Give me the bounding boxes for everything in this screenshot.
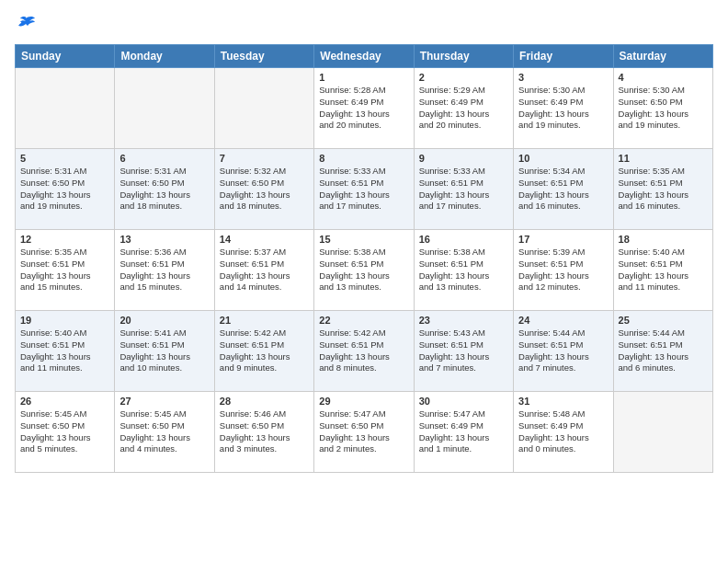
- weekday-header-sunday: Sunday: [16, 45, 115, 68]
- calendar-week-row: 26Sunrise: 5:45 AMSunset: 6:50 PMDayligh…: [16, 392, 713, 473]
- day-number: 24: [518, 315, 608, 326]
- calendar-cell: 30Sunrise: 5:47 AMSunset: 6:49 PMDayligh…: [414, 392, 513, 473]
- day-number: 27: [119, 396, 209, 407]
- day-number: 3: [518, 72, 608, 83]
- calendar-cell: 9Sunrise: 5:33 AMSunset: 6:51 PMDaylight…: [414, 149, 513, 230]
- calendar-cell: 22Sunrise: 5:42 AMSunset: 6:51 PMDayligh…: [314, 311, 414, 392]
- calendar-cell: [16, 68, 115, 149]
- day-info: Sunrise: 5:32 AMSunset: 6:50 PMDaylight:…: [220, 166, 309, 213]
- calendar-cell: [115, 68, 214, 149]
- calendar-cell: 10Sunrise: 5:34 AMSunset: 6:51 PMDayligh…: [514, 149, 613, 230]
- day-number: 12: [20, 234, 109, 245]
- day-number: 25: [619, 315, 708, 326]
- calendar-cell: 3Sunrise: 5:30 AMSunset: 6:49 PMDaylight…: [514, 68, 613, 149]
- day-number: 2: [419, 72, 508, 83]
- calendar-table: SundayMondayTuesdayWednesdayThursdayFrid…: [15, 44, 713, 473]
- day-info: Sunrise: 5:39 AMSunset: 6:51 PMDaylight:…: [518, 247, 608, 293]
- day-info: Sunrise: 5:38 AMSunset: 6:51 PMDaylight:…: [319, 247, 408, 293]
- day-number: 15: [319, 234, 408, 245]
- day-number: 13: [119, 234, 209, 245]
- day-number: 4: [619, 72, 708, 83]
- weekday-header-saturday: Saturday: [613, 45, 712, 68]
- day-info: Sunrise: 5:44 AMSunset: 6:51 PMDaylight:…: [518, 327, 608, 374]
- day-number: 7: [220, 153, 309, 164]
- calendar-cell: 31Sunrise: 5:48 AMSunset: 6:49 PMDayligh…: [514, 392, 613, 473]
- day-info: Sunrise: 5:35 AMSunset: 6:51 PMDaylight:…: [20, 247, 109, 293]
- calendar-cell: 23Sunrise: 5:43 AMSunset: 6:51 PMDayligh…: [414, 311, 513, 392]
- logo: [15, 15, 40, 35]
- calendar-cell: 15Sunrise: 5:38 AMSunset: 6:51 PMDayligh…: [314, 230, 414, 311]
- calendar-cell: 19Sunrise: 5:40 AMSunset: 6:51 PMDayligh…: [16, 311, 115, 392]
- calendar-cell: 24Sunrise: 5:44 AMSunset: 6:51 PMDayligh…: [514, 311, 613, 392]
- day-info: Sunrise: 5:35 AMSunset: 6:51 PMDaylight:…: [619, 166, 708, 213]
- day-number: 11: [619, 153, 708, 164]
- day-number: 10: [518, 153, 608, 164]
- day-info: Sunrise: 5:36 AMSunset: 6:51 PMDaylight:…: [119, 247, 209, 293]
- day-info: Sunrise: 5:42 AMSunset: 6:51 PMDaylight:…: [220, 327, 309, 374]
- day-number: 19: [20, 315, 109, 326]
- weekday-header-friday: Friday: [514, 45, 613, 68]
- calendar-cell: 27Sunrise: 5:45 AMSunset: 6:50 PMDayligh…: [115, 392, 214, 473]
- day-number: 21: [220, 315, 309, 326]
- calendar-week-row: 1Sunrise: 5:28 AMSunset: 6:49 PMDaylight…: [16, 68, 713, 149]
- calendar-cell: 25Sunrise: 5:44 AMSunset: 6:51 PMDayligh…: [613, 311, 712, 392]
- day-info: Sunrise: 5:31 AMSunset: 6:50 PMDaylight:…: [20, 166, 109, 213]
- calendar-cell: 6Sunrise: 5:31 AMSunset: 6:50 PMDaylight…: [115, 149, 214, 230]
- day-number: 26: [20, 396, 109, 407]
- day-info: Sunrise: 5:34 AMSunset: 6:51 PMDaylight:…: [518, 166, 608, 213]
- day-number: 23: [419, 315, 508, 326]
- calendar-cell: 13Sunrise: 5:36 AMSunset: 6:51 PMDayligh…: [115, 230, 214, 311]
- day-info: Sunrise: 5:29 AMSunset: 6:49 PMDaylight:…: [419, 85, 508, 132]
- calendar-cell: 7Sunrise: 5:32 AMSunset: 6:50 PMDaylight…: [214, 149, 313, 230]
- day-info: Sunrise: 5:30 AMSunset: 6:50 PMDaylight:…: [619, 85, 708, 132]
- day-info: Sunrise: 5:44 AMSunset: 6:51 PMDaylight:…: [619, 327, 708, 374]
- day-number: 8: [319, 153, 408, 164]
- calendar-cell: 11Sunrise: 5:35 AMSunset: 6:51 PMDayligh…: [613, 149, 712, 230]
- calendar-cell: 14Sunrise: 5:37 AMSunset: 6:51 PMDayligh…: [214, 230, 313, 311]
- weekday-header-wednesday: Wednesday: [314, 45, 414, 68]
- day-number: 17: [518, 234, 608, 245]
- logo-icon: [15, 15, 37, 35]
- weekday-header-monday: Monday: [115, 45, 214, 68]
- weekday-header-thursday: Thursday: [414, 45, 513, 68]
- calendar-cell: 1Sunrise: 5:28 AMSunset: 6:49 PMDaylight…: [314, 68, 414, 149]
- day-info: Sunrise: 5:31 AMSunset: 6:50 PMDaylight:…: [119, 166, 209, 213]
- calendar-cell: 4Sunrise: 5:30 AMSunset: 6:50 PMDaylight…: [613, 68, 712, 149]
- day-number: 29: [319, 396, 408, 407]
- weekday-header-row: SundayMondayTuesdayWednesdayThursdayFrid…: [16, 45, 713, 68]
- calendar-cell: 16Sunrise: 5:38 AMSunset: 6:51 PMDayligh…: [414, 230, 513, 311]
- day-info: Sunrise: 5:45 AMSunset: 6:50 PMDaylight:…: [119, 408, 209, 455]
- day-info: Sunrise: 5:46 AMSunset: 6:50 PMDaylight:…: [220, 408, 309, 455]
- day-info: Sunrise: 5:30 AMSunset: 6:49 PMDaylight:…: [518, 85, 608, 132]
- calendar-cell: 29Sunrise: 5:47 AMSunset: 6:50 PMDayligh…: [314, 392, 414, 473]
- day-info: Sunrise: 5:38 AMSunset: 6:51 PMDaylight:…: [419, 247, 508, 293]
- calendar-cell: 8Sunrise: 5:33 AMSunset: 6:51 PMDaylight…: [314, 149, 414, 230]
- calendar-week-row: 12Sunrise: 5:35 AMSunset: 6:51 PMDayligh…: [16, 230, 713, 311]
- calendar-cell: 5Sunrise: 5:31 AMSunset: 6:50 PMDaylight…: [16, 149, 115, 230]
- calendar-cell: 17Sunrise: 5:39 AMSunset: 6:51 PMDayligh…: [514, 230, 613, 311]
- day-info: Sunrise: 5:47 AMSunset: 6:50 PMDaylight:…: [319, 408, 408, 455]
- calendar-week-row: 5Sunrise: 5:31 AMSunset: 6:50 PMDaylight…: [16, 149, 713, 230]
- calendar-cell: 20Sunrise: 5:41 AMSunset: 6:51 PMDayligh…: [115, 311, 214, 392]
- page-header: [15, 15, 713, 35]
- day-info: Sunrise: 5:42 AMSunset: 6:51 PMDaylight:…: [319, 327, 408, 374]
- calendar-cell: [214, 68, 313, 149]
- calendar-cell: 28Sunrise: 5:46 AMSunset: 6:50 PMDayligh…: [214, 392, 313, 473]
- calendar-week-row: 19Sunrise: 5:40 AMSunset: 6:51 PMDayligh…: [16, 311, 713, 392]
- day-number: 20: [119, 315, 209, 326]
- day-info: Sunrise: 5:37 AMSunset: 6:51 PMDaylight:…: [220, 247, 309, 293]
- day-number: 28: [220, 396, 309, 407]
- day-number: 5: [20, 153, 109, 164]
- calendar-cell: 2Sunrise: 5:29 AMSunset: 6:49 PMDaylight…: [414, 68, 513, 149]
- day-info: Sunrise: 5:43 AMSunset: 6:51 PMDaylight:…: [419, 327, 508, 374]
- calendar-cell: 21Sunrise: 5:42 AMSunset: 6:51 PMDayligh…: [214, 311, 313, 392]
- day-info: Sunrise: 5:45 AMSunset: 6:50 PMDaylight:…: [20, 408, 109, 455]
- calendar-cell: 18Sunrise: 5:40 AMSunset: 6:51 PMDayligh…: [613, 230, 712, 311]
- day-info: Sunrise: 5:40 AMSunset: 6:51 PMDaylight:…: [619, 247, 708, 293]
- day-number: 30: [419, 396, 508, 407]
- day-info: Sunrise: 5:33 AMSunset: 6:51 PMDaylight:…: [319, 166, 408, 213]
- weekday-header-tuesday: Tuesday: [214, 45, 313, 68]
- day-info: Sunrise: 5:28 AMSunset: 6:49 PMDaylight:…: [319, 85, 408, 132]
- day-info: Sunrise: 5:33 AMSunset: 6:51 PMDaylight:…: [419, 166, 508, 213]
- day-number: 16: [419, 234, 508, 245]
